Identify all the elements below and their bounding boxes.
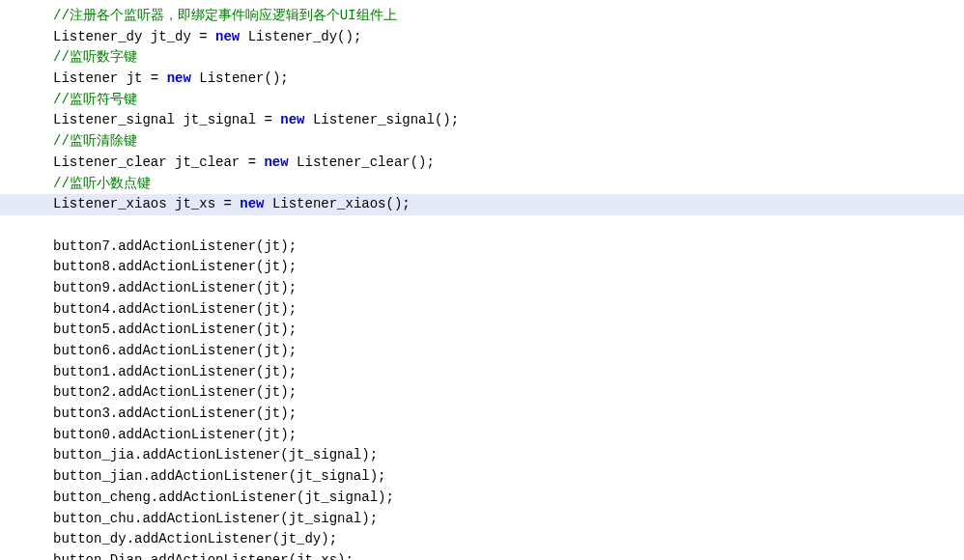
- argument-name: jt: [264, 364, 280, 379]
- code-line: button_dy.addActionListener(jt_dy);: [53, 529, 964, 550]
- method-name: addActionListener: [142, 511, 280, 526]
- method-name: addActionListener: [158, 490, 297, 505]
- method-name: addActionListener: [118, 343, 256, 358]
- code-line: //监听数字键: [53, 47, 964, 69]
- comment-text: //监听数字键: [53, 49, 137, 65]
- method-name: addActionListener: [134, 531, 272, 546]
- code-line: button9.addActionListener(jt);: [53, 278, 964, 299]
- argument-name: jt: [264, 259, 280, 274]
- argument-name: jt_signal: [304, 490, 378, 505]
- argument-name: jt: [264, 406, 280, 421]
- code-line: button3.addActionListener(jt);: [53, 404, 964, 425]
- method-name: addActionListener: [118, 384, 256, 400]
- method-name: addActionListener: [151, 468, 289, 484]
- constructor-name: Listener_dy: [248, 29, 337, 44]
- argument-name: jt: [264, 343, 280, 358]
- class-name: Listener_signal: [53, 112, 175, 127]
- argument-name: jt_xs: [297, 552, 337, 560]
- object-name: button_dy: [53, 531, 127, 546]
- method-name: addActionListener: [118, 364, 256, 379]
- object-name: button2: [53, 384, 110, 400]
- code-line: button_jian.addActionListener(jt_signal)…: [53, 466, 964, 488]
- class-name: Listener_xiaos: [53, 196, 167, 211]
- argument-name: jt_signal: [289, 511, 362, 526]
- code-line: button_Dian.addActionListener(jt_xs);: [53, 550, 964, 560]
- code-line: button4.addActionListener(jt);: [53, 299, 964, 321]
- code-line: button_jia.addActionListener(jt_signal);: [53, 445, 964, 466]
- object-name: button1: [53, 364, 110, 379]
- object-name: button9: [53, 280, 110, 295]
- code-line: [53, 215, 964, 237]
- code-line: //监听小数点键: [53, 174, 964, 195]
- code-line: Listener_signal jt_signal = new Listener…: [53, 110, 964, 131]
- variable-name: jt: [127, 70, 143, 86]
- code-line: button5.addActionListener(jt);: [53, 320, 964, 341]
- constructor-name: Listener_clear: [297, 154, 411, 170]
- code-line: Listener_clear jt_clear = new Listener_c…: [53, 153, 964, 174]
- class-name: Listener_clear: [53, 154, 167, 170]
- class-name: Listener_dy: [53, 29, 142, 44]
- object-name: button5: [53, 322, 110, 337]
- code-line: //监听清除键: [53, 131, 964, 153]
- code-line: //注册各个监听器，即绑定事件响应逻辑到各个UI组件上: [53, 6, 964, 27]
- code-block: //注册各个监听器，即绑定事件响应逻辑到各个UI组件上Listener_dy j…: [53, 6, 964, 560]
- constructor-name: Listener_signal: [313, 112, 435, 127]
- object-name: button_chu: [53, 511, 134, 526]
- object-name: button_Dian: [53, 552, 142, 560]
- keyword-new: new: [167, 70, 191, 86]
- keyword-new: new: [264, 154, 288, 170]
- comment-text: //监听符号键: [53, 92, 137, 107]
- comment-text: //注册各个监听器，即绑定事件响应逻辑到各个UI组件上: [53, 8, 397, 23]
- argument-name: jt: [264, 280, 280, 295]
- method-name: addActionListener: [118, 238, 256, 254]
- argument-name: jt_dy: [280, 531, 321, 546]
- constructor-name: Listener_xiaos: [272, 196, 386, 211]
- object-name: button0: [53, 427, 110, 442]
- object-name: button8: [53, 259, 110, 274]
- code-line: //监听符号键: [53, 90, 964, 111]
- method-name: addActionListener: [118, 427, 256, 442]
- code-line: button7.addActionListener(jt);: [53, 237, 964, 258]
- comment-text: //监听小数点键: [53, 176, 151, 191]
- variable-name: jt_xs: [175, 196, 215, 211]
- method-name: addActionListener: [151, 552, 289, 560]
- code-line: button6.addActionListener(jt);: [53, 341, 964, 362]
- code-line: Listener_xiaos jt_xs = new Listener_xiao…: [0, 194, 964, 215]
- code-line: button1.addActionListener(jt);: [53, 362, 964, 383]
- argument-name: jt_signal: [289, 447, 362, 462]
- keyword-new: new: [240, 196, 264, 211]
- method-name: addActionListener: [118, 322, 256, 337]
- code-line: button8.addActionListener(jt);: [53, 257, 964, 278]
- keyword-new: new: [280, 112, 304, 127]
- object-name: button_jian: [53, 468, 142, 484]
- method-name: addActionListener: [118, 406, 256, 421]
- argument-name: jt: [264, 238, 280, 254]
- code-line: button2.addActionListener(jt);: [53, 382, 964, 404]
- code-line: button_cheng.addActionListener(jt_signal…: [53, 488, 964, 509]
- argument-name: jt: [264, 427, 280, 442]
- method-name: addActionListener: [118, 301, 256, 317]
- object-name: button7: [53, 238, 110, 254]
- comment-text: //监听清除键: [53, 133, 137, 149]
- argument-name: jt: [264, 322, 280, 337]
- class-name: Listener: [53, 70, 118, 86]
- variable-name: jt_clear: [175, 154, 240, 170]
- object-name: button4: [53, 301, 110, 317]
- code-line: Listener jt = new Listener();: [53, 69, 964, 90]
- object-name: button_cheng: [53, 490, 151, 505]
- constructor-name: Listener: [199, 70, 264, 86]
- keyword-new: new: [215, 29, 240, 44]
- argument-name: jt_signal: [297, 468, 370, 484]
- object-name: button_jia: [53, 447, 134, 462]
- code-line: button_chu.addActionListener(jt_signal);: [53, 509, 964, 530]
- variable-name: jt_signal: [183, 112, 256, 127]
- object-name: button3: [53, 406, 110, 421]
- code-line: button0.addActionListener(jt);: [53, 425, 964, 446]
- object-name: button6: [53, 343, 110, 358]
- code-line: Listener_dy jt_dy = new Listener_dy();: [53, 27, 964, 48]
- variable-name: jt_dy: [151, 29, 191, 44]
- method-name: addActionListener: [118, 259, 256, 274]
- method-name: addActionListener: [118, 280, 256, 295]
- argument-name: jt: [264, 384, 280, 400]
- argument-name: jt: [264, 301, 280, 317]
